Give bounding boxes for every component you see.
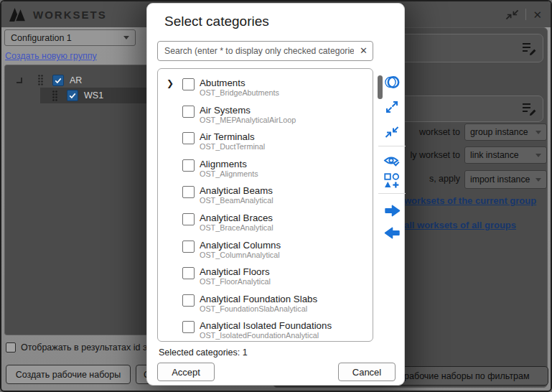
drag-handle-icon[interactable] [52, 90, 57, 101]
category-row[interactable]: Analytical Isolated FoundationsOST_Isola… [167, 320, 373, 342]
category-code: OST_FoundationSlabAnalytical [200, 304, 317, 314]
collapse-node-icon[interactable] [17, 78, 22, 83]
category-row[interactable]: Analytical FloorsOST_FloorAnalytical [167, 266, 373, 294]
eye-check-icon[interactable] [383, 151, 401, 170]
category-row[interactable]: Analytical BracesOST_BraceAnalytical [167, 213, 373, 240]
category-checkbox[interactable] [182, 321, 195, 333]
group-instance-dropdown[interactable]: group instance [464, 123, 547, 141]
tree-checkbox-checked[interactable] [52, 75, 64, 86]
category-name: Abutments [200, 78, 279, 88]
accept-button[interactable]: Accept [157, 363, 215, 381]
category-code: OST_BraceAnalytical [200, 223, 273, 233]
dialog-title: Select categories [164, 14, 269, 29]
category-code: OST_IsolatedFoundationAnalytical [200, 331, 332, 340]
tree-item-label: WS1 [84, 90, 103, 101]
chevron-down-icon [535, 154, 541, 157]
selected-summary: Selected categories: 1 [159, 347, 248, 358]
category-checkbox[interactable] [182, 106, 195, 118]
category-code: OST_BeamAnalytical [200, 196, 273, 205]
category-name: Analytical Braces [200, 213, 273, 223]
tree-row-ws1[interactable]: WS1 [40, 88, 147, 103]
clear-search-icon[interactable]: ✕ [360, 46, 368, 55]
configuration-value: Configuration 1 [11, 33, 72, 43]
category-row[interactable]: Analytical ColumnsOST_ColumnAnalytical [167, 240, 373, 267]
category-name: Analytical Floors [200, 266, 271, 277]
category-checkbox[interactable] [182, 213, 195, 225]
arrow-left-icon[interactable] [383, 223, 401, 242]
category-name: Analytical Columns [200, 240, 281, 251]
category-name: Air Terminals [200, 131, 265, 142]
close-icon[interactable]: ✕ [533, 9, 542, 20]
category-checkbox[interactable] [182, 241, 195, 253]
list-edit-icon[interactable] [522, 42, 537, 55]
show-ids-label: Отображать в результатах id эле [21, 342, 157, 353]
category-code: OST_BridgeAbutments [200, 88, 279, 98]
tree-checkbox-checked[interactable] [67, 90, 78, 101]
category-checkbox[interactable] [182, 267, 195, 279]
overlapping-circles-icon[interactable] [383, 73, 401, 91]
category-row[interactable]: Air SystemsOST_MEPAnalyticalAirLoop [167, 105, 373, 132]
chevron-down-icon [535, 131, 541, 134]
app-logo-icon [9, 6, 27, 23]
category-name: Analytical Foundation Slabs [200, 294, 317, 304]
rail-separator [378, 193, 406, 194]
list-edit-icon[interactable] [522, 102, 537, 116]
category-row[interactable]: Air TerminalsOST_DuctTerminal [167, 131, 373, 159]
search-box: ✕ [157, 41, 373, 61]
dropdown-value: import instance [470, 174, 530, 185]
create-worksets-button[interactable]: Создать рабочие наборы [6, 365, 131, 384]
titlebar-divider [525, 9, 526, 20]
chevron-down-icon [123, 36, 129, 39]
cancel-button[interactable]: Cancel [338, 363, 396, 381]
collapse-icon[interactable] [383, 123, 401, 141]
link-worksets-current-group[interactable]: worksets of the current group [404, 195, 536, 206]
category-name: Alignments [200, 159, 258, 169]
app-title: WORKSETS [33, 9, 107, 21]
dropdown-value: link instance [470, 150, 519, 160]
link-all-worksets-all-groups[interactable]: all worksets of all groups [404, 220, 516, 230]
link-instance-dropdown[interactable]: link instance [464, 146, 547, 164]
create-group-link[interactable]: Создать новую группу [5, 51, 97, 61]
arrow-right-icon[interactable] [383, 201, 401, 220]
collapse-window-icon[interactable] [505, 8, 519, 22]
categories-list: ❯ AbutmentsOST_BridgeAbutments Air Syste… [157, 68, 373, 342]
search-input[interactable] [158, 42, 373, 60]
dropdown-value: group instance [470, 127, 528, 137]
rail-separator [378, 146, 406, 146]
drag-handle-icon[interactable] [38, 75, 43, 85]
category-checkbox[interactable] [182, 186, 195, 198]
category-code: OST_Alignments [200, 169, 258, 179]
show-ids-checkbox-row[interactable]: Отображать в результатах id эле [6, 342, 157, 353]
category-code: OST_MEPAnalyticalAirLoop [200, 116, 296, 125]
expand-icon[interactable] [383, 98, 401, 116]
worksets-tree: AR WS1 [4, 65, 147, 335]
category-row[interactable]: Analytical Foundation SlabsOST_Foundatio… [167, 294, 373, 321]
category-code: OST_FloorAnalytical [200, 277, 271, 286]
show-ids-checkbox[interactable] [6, 342, 16, 353]
tree-item-label: AR [70, 75, 82, 85]
category-row[interactable]: AlignmentsOST_Alignments [167, 159, 373, 186]
category-code: OST_ColumnAnalytical [200, 251, 281, 260]
app-window: WORKSETS ✕ Configuration 1 Создать новую… [0, 0, 552, 392]
category-row[interactable]: Analytical BeamsOST_BeamAnalytical [167, 185, 373, 213]
category-code: OST_DuctTerminal [200, 142, 265, 151]
category-checkbox[interactable] [182, 294, 195, 307]
configuration-dropdown[interactable]: Configuration 1 [4, 29, 136, 46]
category-row[interactable]: ❯ AbutmentsOST_BridgeAbutments [167, 78, 373, 105]
expand-row-icon[interactable]: ❯ [167, 78, 182, 88]
category-checkbox[interactable] [182, 132, 195, 144]
tree-row-ar[interactable]: AR [5, 73, 147, 88]
category-checkbox[interactable] [182, 159, 195, 172]
chevron-down-icon [535, 178, 541, 182]
import-instance-dropdown[interactable]: import instance [464, 170, 547, 189]
category-name: Air Systems [200, 105, 296, 116]
select-categories-dialog: Select categories ✕ ❯ AbutmentsOST_Bridg… [146, 3, 405, 386]
category-checkbox[interactable] [182, 78, 195, 90]
list-scrollbar-thumb[interactable] [378, 75, 383, 99]
category-name: Analytical Beams [200, 185, 273, 196]
category-name: Analytical Isolated Foundations [200, 320, 332, 331]
shapes-add-icon[interactable] [383, 172, 401, 190]
